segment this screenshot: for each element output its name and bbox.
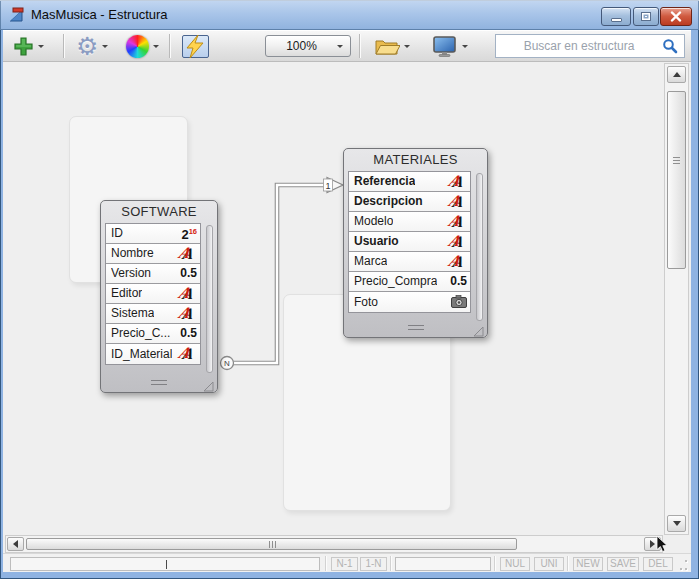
thumb-grip — [673, 160, 680, 161]
nullable-button[interactable]: NUL — [500, 557, 530, 571]
window-body: ⚙ 100% — [3, 30, 691, 572]
generate-button[interactable] — [179, 33, 212, 59]
chevron-down-icon — [38, 45, 44, 51]
entity-scrollbar[interactable] — [476, 173, 483, 321]
entity-field-row[interactable]: ModeloAA — [349, 212, 470, 232]
monitor-icon — [432, 35, 458, 58]
entity-field-list: ID216NombreAAVersion0.5EditorAASistemaAA… — [105, 223, 201, 365]
restore-button[interactable] — [633, 7, 659, 26]
add-entity-button[interactable] — [10, 33, 47, 59]
scroll-left-button[interactable] — [7, 537, 24, 551]
entity-field-row[interactable]: DescripcionAA — [349, 192, 470, 212]
entity-title[interactable]: MATERIALES — [344, 149, 487, 171]
save-button[interactable]: SAVE — [607, 557, 639, 571]
gear-icon: ⚙ — [76, 34, 98, 58]
unique-button[interactable]: UNI — [534, 557, 564, 571]
arrow-down-icon — [673, 521, 681, 530]
entity-scrollbar[interactable] — [206, 225, 213, 373]
thumb-grip — [272, 541, 273, 548]
entity-field-row[interactable]: UsuarioAA — [349, 232, 470, 252]
type-text-icon: AA — [450, 193, 467, 211]
entity-resize-handle[interactable] — [473, 323, 484, 334]
diagram-canvas[interactable]: 1N SOFTWAREID216NombreAAVersion0.5Editor… — [3, 63, 665, 535]
type-smallint-icon: 216 — [181, 225, 197, 242]
entity-resize-handle[interactable] — [203, 378, 214, 389]
restore-icon — [641, 12, 651, 21]
resize-grip[interactable] — [675, 560, 687, 570]
field-name: Precio_C... — [111, 324, 170, 343]
type-text-icon: AA — [450, 233, 467, 251]
chevron-down-icon — [102, 45, 108, 51]
entity-field-row[interactable]: ID216 — [106, 224, 200, 244]
svg-text:1: 1 — [325, 181, 330, 191]
folder-icon — [374, 36, 400, 57]
status-value-field[interactable] — [395, 557, 491, 571]
zoom-dropdown[interactable]: 100% — [265, 35, 351, 57]
type-image-icon — [451, 293, 467, 312]
entity-field-row[interactable]: SistemaAA — [106, 304, 200, 324]
field-name: Usuario — [354, 232, 399, 251]
field-name: Referencia — [354, 172, 415, 191]
field-name: Descripcion — [354, 192, 423, 211]
toolbar-separator — [359, 34, 361, 58]
search-input[interactable] — [496, 36, 662, 56]
field-name: Version — [111, 264, 151, 283]
entity-field-row[interactable]: NombreAA — [106, 244, 200, 264]
type-decimal-icon: 0.5 — [180, 264, 197, 283]
colors-button[interactable] — [123, 33, 162, 59]
type-decimal-icon: 0.5 — [450, 272, 467, 291]
entity-field-row[interactable]: Foto — [349, 292, 470, 312]
toolbar-separator — [63, 34, 65, 58]
vertical-scrollbar[interactable] — [664, 63, 689, 535]
relation-1n-button[interactable]: 1-N — [360, 557, 387, 571]
settings-button[interactable]: ⚙ — [73, 33, 111, 59]
horizontal-scrollbar[interactable] — [5, 535, 663, 553]
field-name: ID_Material — [111, 345, 172, 364]
horizontal-scroll-thumb[interactable] — [26, 538, 517, 550]
entity-field-row[interactable]: ReferenciaAA — [349, 172, 470, 192]
type-text-icon: AA — [450, 213, 467, 231]
field-name: Foto — [354, 293, 378, 312]
statusbar-separator — [494, 556, 496, 571]
entity-title[interactable]: SOFTWARE — [101, 201, 217, 223]
delete-button[interactable]: DEL — [643, 557, 673, 571]
type-text-icon: AA — [180, 285, 197, 303]
entity-table[interactable]: SOFTWAREID216NombreAAVersion0.5EditorAAS… — [100, 200, 218, 393]
new-button[interactable]: NEW — [573, 557, 603, 571]
window-title: MasMusica - Estructura — [31, 7, 168, 22]
titlebar[interactable]: MasMusica - Estructura — [0, 0, 699, 30]
search-icon[interactable] — [662, 38, 678, 54]
entity-field-row[interactable]: EditorAA — [106, 284, 200, 304]
status-name-field[interactable] — [10, 557, 320, 571]
chevron-down-icon — [462, 45, 468, 51]
color-wheel-icon — [126, 35, 149, 58]
minimize-button[interactable] — [601, 7, 631, 26]
type-decimal-icon: 0.5 — [180, 324, 197, 343]
scroll-up-button[interactable] — [667, 66, 686, 83]
entity-grip-handle[interactable] — [151, 380, 167, 385]
statusbar-separator — [390, 556, 392, 571]
field-name: ID — [111, 224, 123, 243]
entity-field-row[interactable]: MarcaAA — [349, 252, 470, 272]
plus-icon — [13, 36, 34, 57]
entity-field-row[interactable]: Precio_Compra0.5 — [349, 272, 470, 292]
open-button[interactable] — [371, 33, 413, 59]
entity-field-row[interactable]: Version0.5 — [106, 264, 200, 284]
entity-table[interactable]: MATERIALESReferenciaAADescripcionAAModel… — [343, 148, 488, 338]
field-name: Marca — [354, 252, 387, 271]
view-button[interactable] — [429, 33, 471, 59]
chevron-down-icon — [153, 45, 159, 51]
relation-n1-button[interactable]: N-1 — [331, 557, 358, 571]
search-box — [495, 34, 685, 58]
chevron-down-icon — [337, 45, 343, 51]
close-button[interactable] — [660, 7, 692, 26]
scroll-down-button[interactable] — [667, 515, 686, 532]
app-icon — [9, 7, 26, 23]
field-name: Nombre — [111, 244, 154, 263]
entity-grip-handle[interactable] — [408, 325, 424, 330]
vertical-scroll-thumb[interactable] — [667, 91, 686, 269]
entity-field-row[interactable]: ID_MaterialAA — [106, 344, 200, 364]
entity-field-row[interactable]: Precio_C...0.5 — [106, 324, 200, 344]
field-name: Modelo — [354, 212, 393, 231]
type-text-icon: AA — [450, 173, 467, 191]
